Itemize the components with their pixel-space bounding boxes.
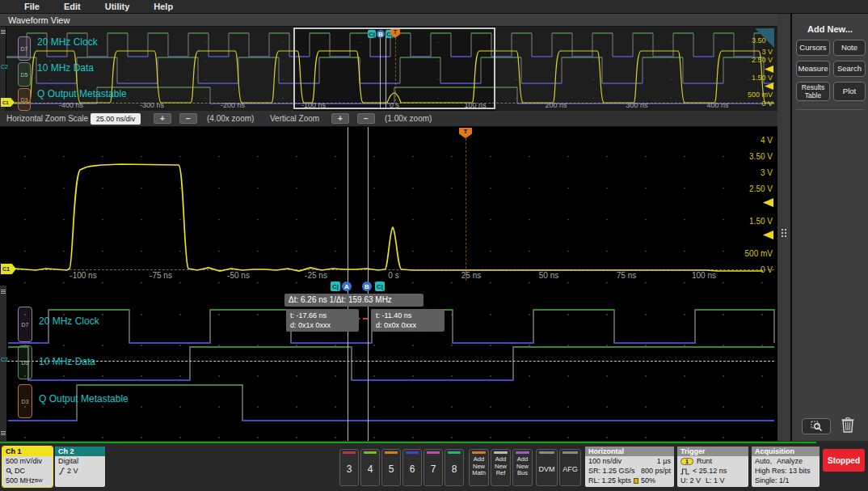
zoom-window[interactable] — [293, 28, 495, 109]
sidebar-divider — [796, 109, 864, 110]
overview-group-label: C2 — [1, 64, 8, 70]
cursors-button[interactable]: Cursors — [796, 40, 830, 56]
ch1-badge[interactable]: Ch 1 500 mV/div DC 500 MHz BW — [2, 447, 53, 487]
overview-d5-badge[interactable]: D5 — [18, 62, 31, 87]
time-label: -25 ns — [293, 271, 339, 280]
overview-cursor-a-line[interactable] — [380, 32, 381, 109]
runt-pulse-icon — [680, 468, 690, 475]
d3-badge[interactable]: D3 — [18, 384, 32, 418]
acqu-single: Single: 1/1 — [752, 476, 820, 485]
overview-d3-badge[interactable]: D3 — [18, 88, 31, 111]
trash-button[interactable] — [841, 417, 855, 437]
d5-badge[interactable]: D5 — [18, 345, 32, 379]
ch3-button[interactable]: 3 — [339, 449, 359, 486]
waveform-view-tab[interactable]: Waveform View — [8, 14, 777, 27]
overview-time-label: 200 ns — [533, 101, 579, 109]
overview-cursor-b-chip[interactable]: B — [377, 30, 385, 38]
overview-cursor-chip[interactable]: C| — [368, 30, 376, 38]
zoom-triangle-icon[interactable] — [755, 28, 774, 48]
view-tab-strip: Waveform View — [0, 14, 777, 27]
acquisition-title: Acquisition — [752, 447, 820, 456]
horizontal-badge[interactable]: Horizontal 100 ns/div 1 µs SR: 1.25 GS/s… — [585, 447, 674, 487]
ch6-button[interactable]: 6 — [402, 449, 422, 486]
acquisition-badge[interactable]: Acquisition Auto, Analyze High Res: 13 b… — [752, 447, 820, 487]
ref-color-stripe — [494, 451, 508, 454]
volt-label: 2.50 V — [724, 184, 773, 193]
cursor-a-data: d: 0x1x 0xxx — [290, 320, 355, 330]
time-label: -100 ns — [61, 271, 106, 280]
ch2-threshold: 2 V — [67, 466, 78, 476]
ch5-color-stripe — [385, 451, 398, 454]
trigger-source-chip: 1 — [680, 458, 693, 465]
volt-label: 4 V — [724, 136, 773, 145]
ch7-button[interactable]: 7 — [423, 449, 443, 486]
overview-clock-label: 20 MHz Clock — [37, 36, 98, 48]
v-zoom-minus-button[interactable]: − — [357, 113, 375, 124]
overview-cursor-b-line[interactable] — [386, 32, 386, 109]
search-button[interactable]: Search — [833, 61, 866, 77]
horizontal-title: Horizontal — [585, 447, 674, 456]
trigger-badge[interactable]: Trigger 1 Runt < 25.12 ns U: 2 V L: 1 V — [677, 447, 748, 487]
overview-time-label: 100 ns — [453, 101, 498, 109]
overview-volt-label: 500 mV — [724, 91, 773, 99]
horizontal-position: 50% — [641, 476, 655, 485]
v-zoom-plus-button[interactable]: + — [331, 113, 349, 124]
plot-button[interactable]: Plot — [833, 82, 866, 101]
ch6-color-stripe — [406, 451, 419, 454]
sample-rate: SR: 1.25 GS/s — [588, 466, 635, 476]
dvm-button[interactable]: DVM — [536, 449, 558, 486]
add-new-math-button[interactable]: AddNewMath — [469, 449, 489, 486]
overview-d7-badge[interactable]: D7 — [18, 36, 31, 61]
cursor-delta-readout: Δt: 6.26 ns 1/Δt: 159.63 MHz — [284, 294, 423, 307]
add-new-bus-button[interactable]: AddNewBus — [512, 449, 533, 486]
volt-label: 1.50 V — [724, 217, 773, 226]
ch3-label: 3 — [340, 463, 358, 475]
cursor-b-chip[interactable]: B — [362, 281, 372, 291]
note-button[interactable]: Note — [833, 40, 866, 56]
ch6-label: 6 — [403, 463, 421, 475]
ch2-badge[interactable]: Ch 2 Digital 2 V — [55, 447, 105, 487]
overview-volt-label: 3 V — [724, 48, 773, 56]
data-row-dashed-line — [7, 361, 774, 362]
overview-time-label: -400 ns — [48, 101, 94, 109]
time-label: 100 ns — [681, 271, 727, 280]
sidebar: Add New... Cursors Note Measure Search R… — [790, 14, 868, 441]
volt-label: 3 V — [724, 168, 773, 177]
ch8-button[interactable]: 8 — [445, 449, 464, 486]
add-new-ref-button[interactable]: AddNewRef — [491, 449, 511, 486]
ch7-color-stripe — [427, 451, 440, 454]
overview-q-label: Q Output Metastable — [37, 88, 127, 99]
cursor-chip[interactable]: C| — [375, 281, 385, 291]
zero-volt-line — [5, 269, 774, 270]
measure-button[interactable]: Measure — [796, 61, 830, 77]
cursor-chip[interactable]: C| — [331, 281, 340, 291]
ch2-threshold-row: 2 V — [55, 466, 105, 476]
cursor-a-chip[interactable]: A — [342, 281, 352, 291]
afg-button[interactable]: AFG — [559, 449, 581, 486]
h-zoom-minus-button[interactable]: − — [179, 113, 197, 124]
menu-edit[interactable]: Edit — [64, 2, 81, 11]
h-zoom-plus-button[interactable]: + — [154, 113, 171, 124]
magnifier-icon — [811, 421, 823, 432]
afg-label: AFG — [560, 465, 580, 473]
horizontal-window: 1 µs — [657, 456, 671, 466]
ch1-coupling: DC — [15, 466, 25, 476]
menu-utility[interactable]: Utility — [105, 2, 130, 11]
results-table-button[interactable]: Results Table — [796, 82, 830, 101]
menu-file[interactable]: File — [24, 2, 40, 11]
acquisition-analyze: Analyze — [777, 456, 803, 466]
acquisition-mode: Auto, — [755, 456, 772, 466]
zoom-scale-value[interactable]: 25.00 ns/div — [91, 113, 141, 125]
h-zoom-factor: (4.00x zoom) — [207, 114, 254, 123]
menu-help[interactable]: Help — [154, 2, 173, 11]
overview-data-label: 10 MHz Data — [37, 62, 94, 74]
overview-time-label: -300 ns — [129, 101, 175, 109]
d7-badge[interactable]: D7 — [18, 307, 32, 342]
ch4-label: 4 — [361, 463, 379, 475]
ch5-button[interactable]: 5 — [381, 449, 401, 486]
panel-splitter[interactable] — [777, 14, 790, 441]
record-edge-line — [0, 442, 816, 443]
zoom-mode-button[interactable] — [802, 418, 831, 434]
stopped-button[interactable]: Stopped — [823, 449, 865, 472]
ch4-button[interactable]: 4 — [360, 449, 380, 486]
